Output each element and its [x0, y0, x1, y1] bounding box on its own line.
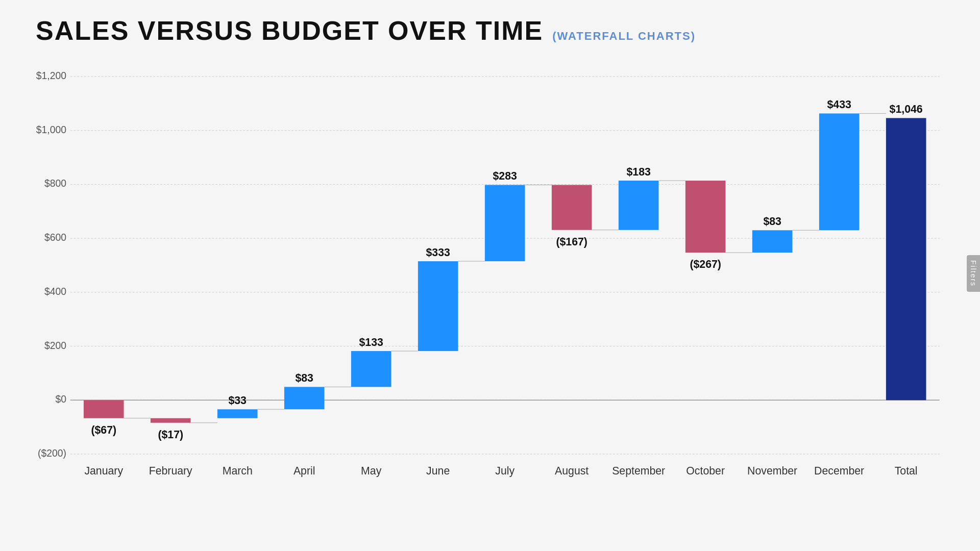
title-area: SALES VERSUS BUDGET OVER TIME (WATERFALL…: [36, 15, 949, 46]
bar-july: [485, 185, 525, 261]
svg-text:$0: $0: [55, 393, 66, 405]
bar-total: [886, 118, 926, 400]
filters-tab[interactable]: Filters: [967, 255, 980, 292]
bar-label-november: $83: [763, 215, 781, 228]
bar-february: [151, 418, 191, 423]
bar-may: [351, 351, 391, 387]
svg-text:$1,200: $1,200: [36, 70, 66, 81]
month-label-october: October: [686, 464, 725, 477]
month-label-november: November: [747, 464, 797, 477]
bar-march: [217, 409, 258, 418]
bar-label-june: $333: [426, 246, 450, 259]
bar-april: [284, 387, 325, 409]
bar-label-january: ($67): [91, 423, 116, 436]
bar-june: [418, 261, 458, 351]
bar-label-march: $33: [228, 394, 246, 407]
month-label-september: September: [612, 464, 665, 477]
month-label-december: December: [814, 464, 864, 477]
month-label-february: February: [149, 464, 192, 477]
bar-label-september: $183: [627, 165, 651, 178]
bar-january: [84, 400, 124, 418]
bar-december: [819, 113, 860, 230]
month-label-august: August: [555, 464, 589, 477]
svg-text:$400: $400: [44, 286, 66, 297]
bar-label-december: $433: [827, 98, 851, 111]
chart-container: SALES VERSUS BUDGET OVER TIME (WATERFALL…: [0, 0, 980, 551]
month-label-january: January: [84, 464, 123, 477]
month-label-june: June: [426, 464, 450, 477]
bar-label-april: $83: [295, 371, 313, 384]
bar-label-july: $283: [493, 169, 517, 182]
bar-label-total: $1,046: [890, 103, 923, 115]
bar-august: [552, 185, 592, 230]
svg-text:$200: $200: [44, 339, 66, 350]
bar-label-august: ($167): [556, 235, 587, 247]
main-title: SALES VERSUS BUDGET OVER TIME: [36, 15, 543, 46]
svg-text:$1,000: $1,000: [36, 123, 66, 135]
bar-october: [685, 181, 726, 253]
subtitle: (WATERFALL CHARTS): [552, 30, 696, 43]
bar-label-october: ($267): [690, 258, 721, 270]
month-label-april: April: [293, 464, 315, 477]
chart-area: $1,200$1,000$800$600$400$200$0($200)($67…: [36, 61, 949, 505]
svg-text:$800: $800: [44, 178, 66, 189]
month-label-july: July: [495, 464, 514, 477]
month-label-may: May: [361, 464, 381, 477]
bar-label-may: $133: [359, 336, 383, 348]
bar-september: [619, 181, 659, 230]
month-label-total: Total: [895, 464, 918, 477]
bar-november: [752, 230, 793, 253]
svg-text:($200): ($200): [38, 447, 66, 459]
month-label-march: March: [223, 464, 253, 477]
bar-label-february: ($17): [158, 428, 183, 440]
chart-svg: $1,200$1,000$800$600$400$200$0($200)($67…: [36, 61, 949, 505]
svg-text:$600: $600: [44, 232, 66, 243]
